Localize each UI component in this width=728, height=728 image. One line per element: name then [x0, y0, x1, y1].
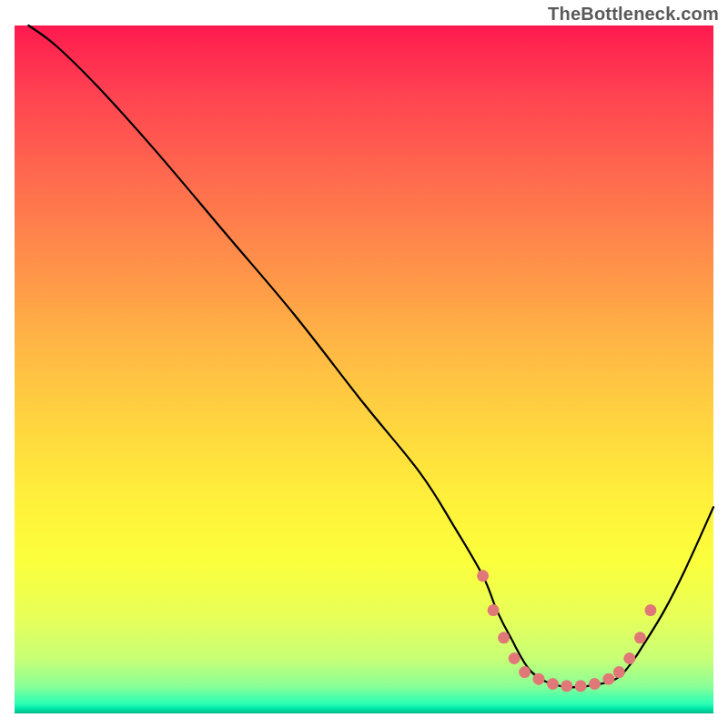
chart-svg — [15, 25, 713, 713]
marker-dot — [644, 604, 656, 616]
marker-dot — [589, 678, 601, 690]
marker-dot — [509, 652, 521, 664]
marker-dot — [602, 673, 614, 685]
marker-dot — [547, 678, 559, 690]
chart-container: TheBottleneck.com — [0, 0, 728, 728]
marker-dot — [498, 632, 510, 643]
marker-dot — [613, 666, 625, 678]
marker-dot — [575, 680, 587, 692]
marker-dot — [477, 570, 489, 581]
marker-dot — [634, 632, 646, 643]
marker-dot — [519, 666, 531, 678]
curve-markers — [477, 570, 656, 692]
curve-line — [28, 25, 713, 687]
marker-dot — [488, 604, 500, 616]
marker-dot — [561, 680, 572, 692]
watermark-text: TheBottleneck.com — [548, 4, 719, 25]
plot-area — [15, 25, 713, 713]
marker-dot — [623, 652, 635, 664]
marker-dot — [533, 673, 545, 685]
